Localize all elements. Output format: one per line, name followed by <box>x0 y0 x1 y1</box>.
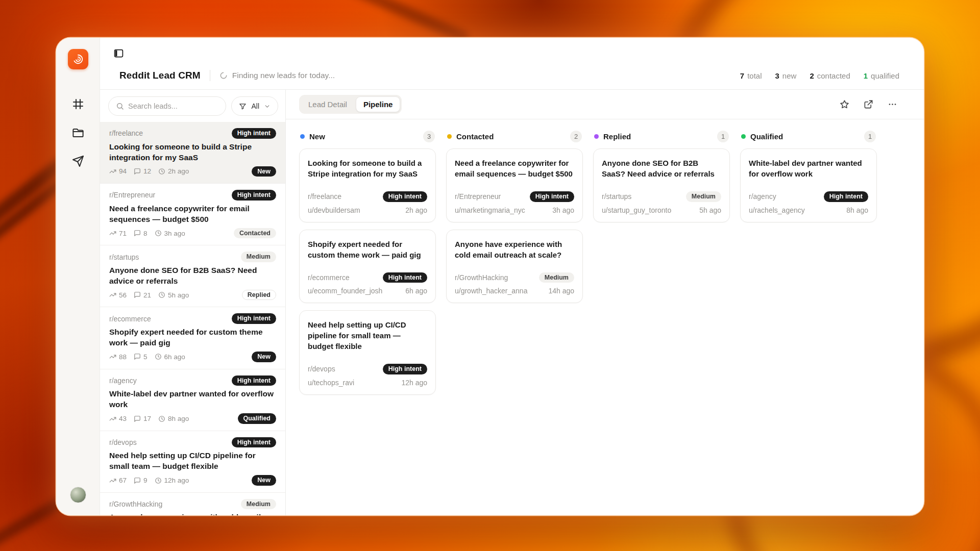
lead-list-item[interactable]: r/ecommerce High intent Shopify expert n… <box>100 307 285 369</box>
search-input[interactable] <box>128 102 218 110</box>
column-dot <box>300 134 305 139</box>
titlebar: Reddit Lead CRM Finding new leads for to… <box>100 61 924 89</box>
comment-icon <box>134 291 141 298</box>
page-title: Reddit Lead CRM <box>119 70 201 81</box>
upvotes-metric: 88 <box>109 353 127 361</box>
age-metric: 2h ago <box>158 167 189 175</box>
header-stat: 7 total <box>740 71 762 80</box>
intent-badge: Medium <box>241 499 276 510</box>
kanban-card[interactable]: White-label dev partner wanted for overf… <box>740 148 877 222</box>
lead-list-panel: All r/freelance High intent Looking for … <box>100 90 286 515</box>
stat-label: qualified <box>871 71 899 80</box>
trending-up-icon <box>109 168 116 175</box>
title-divider <box>210 70 210 81</box>
kanban-card[interactable]: Looking for someone to build a Stripe in… <box>299 148 436 222</box>
column-dot <box>594 134 599 139</box>
intent-badge: Medium <box>241 252 276 262</box>
agent-status: Finding new leads for today... <box>219 71 335 80</box>
lead-list-item[interactable]: r/freelance High intent Looking for some… <box>100 122 285 184</box>
card-intent-badge: High intent <box>383 191 427 202</box>
card-username: u/startup_guy_toronto <box>602 206 671 214</box>
sidebar-toggle-icon[interactable] <box>113 48 124 59</box>
stat-value: 7 <box>740 71 744 80</box>
stat-label: contacted <box>817 71 850 80</box>
clock-icon <box>155 477 162 484</box>
trending-up-icon <box>109 230 116 237</box>
card-age: 14h ago <box>548 287 574 295</box>
column-name: Replied <box>603 132 713 141</box>
column-name: Contacted <box>456 132 566 141</box>
age-metric: 3h ago <box>155 230 185 237</box>
lead-list-item[interactable]: r/devops High intent Need help setting u… <box>100 431 285 493</box>
card-intent-badge: High intent <box>383 364 427 374</box>
header-stat: 3 new <box>775 71 797 80</box>
lead-list-item[interactable]: r/startups Medium Anyone done SEO for B2… <box>100 245 285 307</box>
lead-title: Need a freelance copywriter for email se… <box>109 203 276 224</box>
stat-label: total <box>747 71 762 80</box>
search-row: All <box>100 90 285 122</box>
tab-pipeline[interactable]: Pipeline <box>356 96 401 112</box>
kanban-column: Replied 1 Anyone done SEO for B2B SaaS? … <box>593 131 730 504</box>
send-icon[interactable] <box>72 155 84 167</box>
lead-list: r/freelance High intent Looking for some… <box>100 122 285 515</box>
column-header: New 3 <box>299 131 436 148</box>
card-username: u/rachels_agency <box>749 206 805 214</box>
chevron-down-icon <box>264 103 271 110</box>
search-box[interactable] <box>108 96 226 116</box>
column-name: New <box>309 132 419 141</box>
comment-icon <box>134 415 141 422</box>
user-avatar[interactable] <box>70 487 86 503</box>
lead-subreddit: r/startups <box>109 253 139 261</box>
spinner-icon <box>219 71 228 80</box>
card-username: u/devbuildersam <box>308 206 360 214</box>
intent-badge: High intent <box>232 375 276 386</box>
hash-frame-icon[interactable] <box>72 98 84 110</box>
lead-metrics: 88 5 6h ago <box>109 353 185 361</box>
card-age: 3h ago <box>552 206 574 214</box>
lead-subreddit: r/Entrepreneur <box>109 191 155 199</box>
lead-list-item[interactable]: r/GrowthHacking Medium Anyone have exper… <box>100 493 285 515</box>
lead-subreddit: r/GrowthHacking <box>109 500 162 508</box>
status-badge: New <box>252 352 276 362</box>
clock-icon <box>155 353 162 360</box>
clock-icon <box>158 291 165 298</box>
filter-button[interactable]: All <box>231 96 278 116</box>
clock-icon <box>155 230 162 237</box>
column-header: Replied 1 <box>593 131 730 148</box>
column-dot <box>447 134 452 139</box>
card-username: u/marketingmaria_nyc <box>455 206 525 214</box>
icon-rail <box>56 38 100 515</box>
ellipsis-icon[interactable] <box>888 99 897 109</box>
card-intent-badge: High intent <box>824 191 868 202</box>
column-header: Contacted 2 <box>446 131 583 148</box>
app-logo[interactable] <box>68 49 88 69</box>
lead-metrics: 71 8 3h ago <box>109 230 185 237</box>
kanban-card[interactable]: Need a freelance copywriter for email se… <box>446 148 583 222</box>
stat-value: 1 <box>864 71 868 80</box>
upvotes-metric: 43 <box>109 415 127 422</box>
star-icon[interactable] <box>840 99 849 109</box>
age-metric: 6h ago <box>155 353 185 361</box>
tab-lead-detail[interactable]: Lead Detail <box>301 96 355 112</box>
kanban-card[interactable]: Anyone have experience with cold email o… <box>446 230 583 304</box>
status-badge: Qualified <box>238 413 276 424</box>
lead-list-item[interactable]: r/Entrepreneur High intent Need a freela… <box>100 184 285 245</box>
intent-badge: High intent <box>232 190 276 201</box>
pipeline-actions <box>840 99 897 109</box>
swirl-logo-icon <box>72 54 84 65</box>
content-area: Reddit Lead CRM Finding new leads for to… <box>100 38 924 515</box>
comments-metric: 5 <box>134 353 148 361</box>
lead-list-item[interactable]: r/agency High intent White-label dev par… <box>100 369 285 431</box>
kanban-card[interactable]: Shopify expert needed for custom theme w… <box>299 230 436 304</box>
kanban-card[interactable]: Anyone done SEO for B2B SaaS? Need advic… <box>593 148 730 222</box>
kanban-card[interactable]: Need help setting up CI/CD pipeline for … <box>299 310 436 395</box>
kanban-column: Qualified 1 White-label dev partner want… <box>740 131 877 504</box>
card-intent-badge: High intent <box>530 191 574 202</box>
external-link-icon[interactable] <box>864 99 873 109</box>
comments-metric: 8 <box>134 230 148 237</box>
topbar <box>100 38 924 61</box>
status-badge: New <box>252 475 276 486</box>
card-title: Looking for someone to build a Stripe in… <box>308 158 427 179</box>
folder-icon[interactable] <box>72 127 84 139</box>
status-badge: New <box>252 166 276 177</box>
